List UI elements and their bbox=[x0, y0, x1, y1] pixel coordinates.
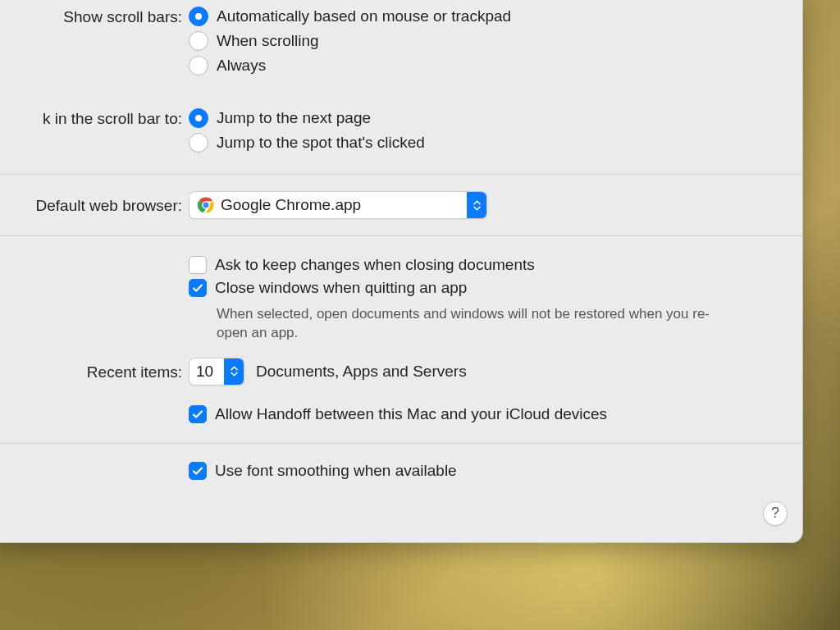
stepper-icon bbox=[224, 358, 244, 385]
stepper-icon bbox=[467, 192, 486, 218]
handoff-label[interactable]: Allow Handoff between this Mac and your … bbox=[215, 405, 607, 423]
scrollbars-radio-always[interactable] bbox=[189, 56, 208, 75]
close-windows-label[interactable]: Close windows when quitting an app bbox=[215, 279, 467, 297]
recent-items-popup[interactable]: 10 bbox=[189, 358, 244, 386]
ask-changes-checkbox[interactable] bbox=[189, 256, 207, 274]
scrollbars-option-auto[interactable]: Automatically based on mouse or trackpad bbox=[217, 7, 511, 25]
default-browser-popup[interactable]: Google Chrome.app bbox=[189, 191, 487, 219]
scrollclick-option-nextpage[interactable]: Jump to the next page bbox=[217, 109, 371, 127]
recent-items-value: 10 bbox=[196, 363, 213, 381]
close-windows-checkbox[interactable] bbox=[189, 279, 207, 297]
recent-items-label: Recent items: bbox=[0, 362, 189, 381]
help-button[interactable]: ? bbox=[763, 501, 788, 526]
handoff-checkbox[interactable] bbox=[189, 405, 207, 423]
scrollbars-label: Show scroll bars: bbox=[0, 7, 189, 26]
default-browser-value: Google Chrome.app bbox=[221, 196, 361, 214]
scrollclick-option-spot[interactable]: Jump to the spot that's clicked bbox=[217, 134, 425, 152]
scrollbars-option-always[interactable]: Always bbox=[217, 57, 266, 75]
scrollclick-radio-nextpage[interactable] bbox=[189, 108, 208, 128]
ask-changes-label[interactable]: Ask to keep changes when closing documen… bbox=[215, 256, 535, 274]
default-browser-label: Default web browser: bbox=[0, 195, 189, 215]
scrollclick-label: k in the scroll bar to: bbox=[0, 108, 189, 128]
scrollbars-radio-scrolling[interactable] bbox=[189, 31, 208, 51]
scrollbars-option-scrolling[interactable]: When scrolling bbox=[217, 32, 319, 50]
font-smoothing-label[interactable]: Use font smoothing when available bbox=[215, 462, 457, 480]
recent-items-suffix: Documents, Apps and Servers bbox=[256, 363, 467, 381]
scrollclick-radio-spot[interactable] bbox=[189, 133, 208, 153]
preferences-window: Show scroll bars: Automatically based on… bbox=[0, 0, 803, 543]
chrome-icon bbox=[198, 197, 214, 213]
scrollbars-radio-auto[interactable] bbox=[189, 7, 208, 26]
font-smoothing-checkbox[interactable] bbox=[189, 462, 207, 480]
svg-point-2 bbox=[203, 203, 209, 208]
close-windows-note: When selected, open documents and window… bbox=[189, 302, 725, 348]
